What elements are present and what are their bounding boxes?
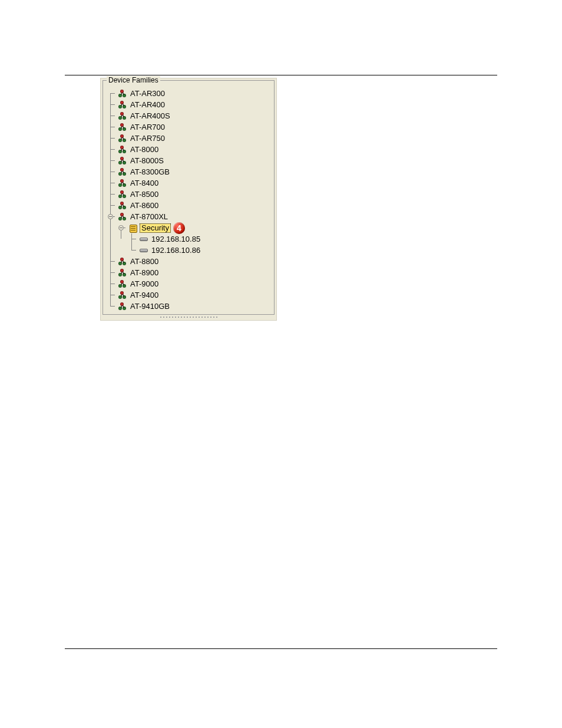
- tree-label: 192.168.10.86: [150, 246, 201, 255]
- tree-label: AT-8500: [129, 190, 160, 199]
- tree-node-at-ar750[interactable]: AT-AR750: [107, 133, 270, 144]
- tree-node-at-8500[interactable]: AT-8500: [107, 189, 270, 200]
- host-icon: [138, 246, 149, 255]
- device-family-icon: [117, 268, 128, 278]
- tree-label: AT-8700XL: [129, 212, 169, 221]
- device-family-icon: [117, 279, 128, 289]
- page-rule-bottom: [65, 648, 497, 649]
- tree-node-at-9000[interactable]: AT-9000: [107, 278, 270, 289]
- tree-label: AT-9410GB: [129, 302, 171, 311]
- device-families-panel: Device Families AT-AR300: [100, 78, 277, 321]
- device-family-icon: [117, 179, 128, 188]
- tree-node-at-8600[interactable]: AT-8600: [107, 200, 270, 211]
- resize-grip[interactable]: [101, 315, 276, 319]
- tree-label: AT-AR750: [129, 134, 166, 143]
- tree-label: AT-AR700: [129, 123, 166, 131]
- device-family-icon: [117, 123, 128, 132]
- device-families-fieldset: Device Families AT-AR300: [103, 80, 275, 315]
- page-rule-top: [65, 75, 497, 75]
- tree-node-at-ar400[interactable]: AT-AR400: [107, 99, 270, 110]
- tree-node-security[interactable]: Security 4: [107, 222, 270, 233]
- device-family-icon: [117, 212, 128, 222]
- tree-label: AT-9400: [129, 291, 160, 299]
- config-icon: [128, 223, 138, 233]
- tree-node-at-8900[interactable]: AT-8900: [107, 267, 270, 278]
- tree-node-host-2[interactable]: 192.168.10.86: [107, 245, 270, 256]
- device-family-icon: [117, 257, 128, 266]
- tree-node-at-8800[interactable]: AT-8800: [107, 256, 270, 267]
- device-family-icon: [117, 100, 128, 110]
- tree-label: AT-8600: [129, 201, 160, 210]
- tree-label-selected: Security: [140, 223, 171, 233]
- tree-label: AT-8300GB: [129, 167, 171, 176]
- device-family-icon: [117, 190, 128, 199]
- device-family-icon: [117, 201, 128, 210]
- device-family-icon: [117, 302, 128, 311]
- tree-node-at-8300gb[interactable]: AT-8300GB: [107, 166, 270, 177]
- device-family-icon: [117, 134, 128, 143]
- tree-node-host-1[interactable]: 192.168.10.85: [107, 233, 270, 245]
- panel-title: Device Families: [107, 76, 160, 84]
- tree-node-at-ar700[interactable]: AT-AR700: [107, 121, 270, 133]
- tree-label: AT-8900: [129, 268, 160, 277]
- device-tree[interactable]: AT-AR300 AT-AR400: [107, 88, 270, 311]
- tree-label: 192.168.10.85: [150, 235, 201, 243]
- tree-node-at-8000[interactable]: AT-8000: [107, 144, 270, 155]
- tree-node-at-8700xl[interactable]: AT-8700XL: [107, 211, 270, 222]
- tree-label: AT-8000: [129, 145, 160, 154]
- tree-node-at-8400[interactable]: AT-8400: [107, 177, 270, 189]
- tree-label: AT-AR400: [129, 100, 166, 109]
- tree-label: AT-8000S: [129, 156, 165, 165]
- tree-node-at-9400[interactable]: AT-9400: [107, 289, 270, 301]
- device-family-icon: [117, 156, 128, 166]
- expand-toggle-icon[interactable]: [118, 225, 124, 230]
- device-family-icon: [117, 111, 128, 121]
- tree-node-at-ar300[interactable]: AT-AR300: [107, 88, 270, 99]
- tree-label: AT-AR400S: [129, 111, 171, 120]
- expand-toggle-icon[interactable]: [108, 214, 113, 219]
- device-family-icon: [117, 89, 128, 98]
- device-family-icon: [117, 145, 128, 154]
- tree-node-at-8000s[interactable]: AT-8000S: [107, 155, 270, 166]
- host-icon: [138, 235, 149, 244]
- tree-label: AT-AR300: [129, 89, 166, 98]
- callout-badge: 4: [173, 222, 185, 234]
- tree-node-at-9410gb[interactable]: AT-9410GB: [107, 301, 270, 312]
- tree-label: AT-8800: [129, 257, 160, 266]
- device-family-icon: [117, 167, 128, 177]
- device-family-icon: [117, 291, 128, 300]
- tree-node-at-ar400s[interactable]: AT-AR400S: [107, 110, 270, 121]
- tree-label: AT-9000: [129, 279, 160, 288]
- tree-label: AT-8400: [129, 179, 160, 187]
